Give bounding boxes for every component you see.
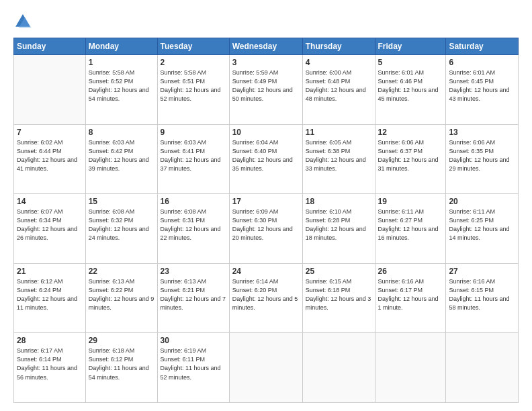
day-number: 13: [449, 128, 515, 137]
calendar-cell: 3 Sunrise: 5:59 AM Sunset: 6:49 PM Dayli…: [229, 55, 302, 125]
calendar-cell: 27 Sunrise: 6:16 AM Sunset: 6:15 PM Dayl…: [446, 263, 519, 333]
header: [13, 12, 519, 31]
calendar-header-day: Tuesday: [157, 38, 229, 55]
day-number: 9: [161, 128, 226, 137]
day-number: 11: [306, 128, 372, 137]
day-number: 12: [378, 128, 443, 137]
day-info: Sunrise: 6:15 AM Sunset: 6:18 PM Dayligh…: [306, 277, 372, 312]
day-info: Sunrise: 6:11 AM Sunset: 6:25 PM Dayligh…: [449, 208, 515, 242]
calendar-cell: 19 Sunrise: 6:11 AM Sunset: 6:27 PM Dayl…: [375, 194, 446, 264]
day-number: 19: [378, 197, 443, 206]
calendar-cell: 12 Sunrise: 6:06 AM Sunset: 6:37 PM Dayl…: [375, 124, 446, 194]
day-number: 30: [161, 336, 226, 345]
calendar-cell: 7 Sunrise: 6:02 AM Sunset: 6:44 PM Dayli…: [14, 124, 86, 194]
day-info: Sunrise: 6:08 AM Sunset: 6:32 PM Dayligh…: [89, 208, 154, 242]
calendar-header-day: Friday: [375, 38, 446, 55]
day-number: 4: [306, 58, 372, 67]
day-number: 28: [17, 336, 83, 345]
calendar-cell: 29 Sunrise: 6:18 AM Sunset: 6:12 PM Dayl…: [85, 333, 157, 403]
calendar-header-day: Thursday: [302, 38, 375, 55]
day-number: 23: [161, 267, 226, 276]
calendar-cell: 23 Sunrise: 6:13 AM Sunset: 6:21 PM Dayl…: [157, 263, 229, 333]
calendar-cell: 2 Sunrise: 5:58 AM Sunset: 6:51 PM Dayli…: [157, 55, 229, 125]
calendar-cell: 8 Sunrise: 6:03 AM Sunset: 6:42 PM Dayli…: [85, 124, 157, 194]
day-number: 29: [89, 336, 154, 345]
calendar-cell: 20 Sunrise: 6:11 AM Sunset: 6:25 PM Dayl…: [446, 194, 519, 264]
day-info: Sunrise: 6:10 AM Sunset: 6:28 PM Dayligh…: [306, 208, 372, 242]
day-number: 20: [449, 197, 515, 206]
day-number: 3: [232, 58, 300, 67]
day-info: Sunrise: 6:08 AM Sunset: 6:31 PM Dayligh…: [161, 208, 226, 242]
day-info: Sunrise: 6:01 AM Sunset: 6:45 PM Dayligh…: [449, 68, 515, 103]
calendar-table: SundayMondayTuesdayWednesdayThursdayFrid…: [13, 38, 519, 403]
day-number: 1: [89, 58, 154, 67]
day-number: 2: [161, 58, 226, 67]
day-info: Sunrise: 6:14 AM Sunset: 6:20 PM Dayligh…: [232, 277, 300, 312]
calendar-cell: 30 Sunrise: 6:19 AM Sunset: 6:11 PM Dayl…: [157, 333, 229, 403]
calendar-cell: [375, 333, 446, 403]
calendar-cell: 25 Sunrise: 6:15 AM Sunset: 6:18 PM Dayl…: [302, 263, 375, 333]
calendar-cell: 17 Sunrise: 6:09 AM Sunset: 6:30 PM Dayl…: [229, 194, 302, 264]
calendar-body: 1 Sunrise: 5:58 AM Sunset: 6:52 PM Dayli…: [14, 55, 519, 403]
calendar-cell: [229, 333, 302, 403]
logo-icon: [13, 12, 32, 31]
calendar-cell: 14 Sunrise: 6:07 AM Sunset: 6:34 PM Dayl…: [14, 194, 86, 264]
day-number: 21: [17, 267, 83, 276]
calendar-cell: 9 Sunrise: 6:03 AM Sunset: 6:41 PM Dayli…: [157, 124, 229, 194]
calendar-cell: 4 Sunrise: 6:00 AM Sunset: 6:48 PM Dayli…: [302, 55, 375, 125]
day-number: 8: [89, 128, 154, 137]
day-info: Sunrise: 6:13 AM Sunset: 6:21 PM Dayligh…: [161, 277, 226, 312]
day-number: 26: [378, 267, 443, 276]
day-info: Sunrise: 6:19 AM Sunset: 6:11 PM Dayligh…: [161, 347, 226, 381]
day-number: 18: [306, 197, 372, 206]
day-info: Sunrise: 6:16 AM Sunset: 6:17 PM Dayligh…: [378, 277, 443, 312]
calendar-week-row: 21 Sunrise: 6:12 AM Sunset: 6:24 PM Dayl…: [14, 263, 519, 333]
calendar-cell: 22 Sunrise: 6:13 AM Sunset: 6:22 PM Dayl…: [85, 263, 157, 333]
calendar-cell: [302, 333, 375, 403]
calendar-cell: 24 Sunrise: 6:14 AM Sunset: 6:20 PM Dayl…: [229, 263, 302, 333]
day-info: Sunrise: 5:58 AM Sunset: 6:52 PM Dayligh…: [89, 68, 154, 103]
calendar-week-row: 14 Sunrise: 6:07 AM Sunset: 6:34 PM Dayl…: [14, 194, 519, 264]
day-number: 14: [17, 197, 83, 206]
day-info: Sunrise: 5:58 AM Sunset: 6:51 PM Dayligh…: [161, 68, 226, 103]
day-info: Sunrise: 5:59 AM Sunset: 6:49 PM Dayligh…: [232, 68, 300, 103]
calendar-cell: 18 Sunrise: 6:10 AM Sunset: 6:28 PM Dayl…: [302, 194, 375, 264]
calendar-header-day: Wednesday: [229, 38, 302, 55]
calendar-cell: [14, 55, 86, 125]
calendar-cell: 6 Sunrise: 6:01 AM Sunset: 6:45 PM Dayli…: [446, 55, 519, 125]
calendar-cell: 28 Sunrise: 6:17 AM Sunset: 6:14 PM Dayl…: [14, 333, 86, 403]
day-info: Sunrise: 6:06 AM Sunset: 6:37 PM Dayligh…: [378, 138, 443, 173]
day-info: Sunrise: 6:04 AM Sunset: 6:40 PM Dayligh…: [232, 138, 300, 173]
calendar-week-row: 28 Sunrise: 6:17 AM Sunset: 6:14 PM Dayl…: [14, 333, 519, 403]
calendar-header-row: SundayMondayTuesdayWednesdayThursdayFrid…: [14, 38, 519, 55]
calendar-cell: 13 Sunrise: 6:06 AM Sunset: 6:35 PM Dayl…: [446, 124, 519, 194]
calendar-cell: 1 Sunrise: 5:58 AM Sunset: 6:52 PM Dayli…: [85, 55, 157, 125]
page: SundayMondayTuesdayWednesdayThursdayFrid…: [0, 0, 532, 411]
day-info: Sunrise: 6:01 AM Sunset: 6:46 PM Dayligh…: [378, 68, 443, 103]
day-info: Sunrise: 6:06 AM Sunset: 6:35 PM Dayligh…: [449, 138, 515, 173]
calendar-cell: 16 Sunrise: 6:08 AM Sunset: 6:31 PM Dayl…: [157, 194, 229, 264]
day-number: 5: [378, 58, 443, 67]
calendar-header-day: Sunday: [14, 38, 86, 55]
day-info: Sunrise: 6:13 AM Sunset: 6:22 PM Dayligh…: [89, 277, 154, 312]
calendar-header-day: Saturday: [446, 38, 519, 55]
calendar-week-row: 7 Sunrise: 6:02 AM Sunset: 6:44 PM Dayli…: [14, 124, 519, 194]
calendar-header-day: Monday: [85, 38, 157, 55]
day-info: Sunrise: 6:16 AM Sunset: 6:15 PM Dayligh…: [449, 277, 515, 312]
calendar-cell: 5 Sunrise: 6:01 AM Sunset: 6:46 PM Dayli…: [375, 55, 446, 125]
calendar-week-row: 1 Sunrise: 5:58 AM Sunset: 6:52 PM Dayli…: [14, 55, 519, 125]
day-number: 22: [89, 267, 154, 276]
day-info: Sunrise: 6:03 AM Sunset: 6:41 PM Dayligh…: [161, 138, 226, 173]
day-info: Sunrise: 6:00 AM Sunset: 6:48 PM Dayligh…: [306, 68, 372, 103]
day-info: Sunrise: 6:17 AM Sunset: 6:14 PM Dayligh…: [17, 347, 83, 381]
day-number: 27: [449, 267, 515, 276]
day-info: Sunrise: 6:12 AM Sunset: 6:24 PM Dayligh…: [17, 277, 83, 312]
day-number: 10: [232, 128, 300, 137]
day-number: 7: [17, 128, 83, 137]
day-info: Sunrise: 6:05 AM Sunset: 6:38 PM Dayligh…: [306, 138, 372, 173]
day-info: Sunrise: 6:03 AM Sunset: 6:42 PM Dayligh…: [89, 138, 154, 173]
calendar-cell: 10 Sunrise: 6:04 AM Sunset: 6:40 PM Dayl…: [229, 124, 302, 194]
day-number: 25: [306, 267, 372, 276]
day-number: 24: [232, 267, 300, 276]
day-info: Sunrise: 6:02 AM Sunset: 6:44 PM Dayligh…: [17, 138, 83, 173]
